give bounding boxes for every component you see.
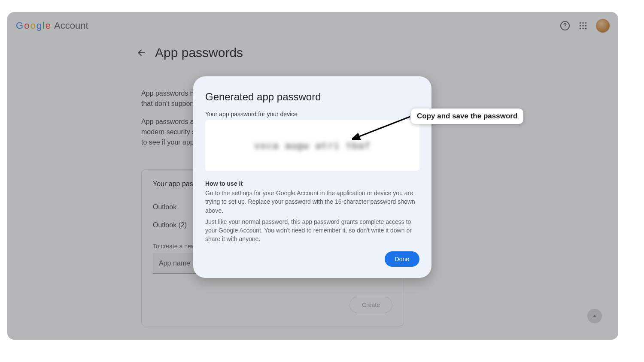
generated-password-modal: Generated app password Your app password…: [193, 76, 431, 278]
done-button[interactable]: Done: [385, 251, 419, 267]
svg-point-4: [585, 22, 587, 24]
how-to-heading: How to use it: [205, 180, 419, 187]
avatar[interactable]: [596, 19, 610, 33]
apps-grid-icon[interactable]: [578, 21, 588, 31]
page-title: App passwords: [155, 45, 243, 60]
annotation-callout: Copy and save the password: [411, 109, 523, 124]
password-text: vxca augw atri tbaf: [254, 140, 371, 151]
svg-point-7: [585, 25, 587, 27]
header-bar: Google Account: [7, 12, 618, 39]
back-arrow-icon[interactable]: [136, 48, 146, 58]
scroll-to-top-button[interactable]: [587, 309, 602, 323]
how-to-p2: Just like your normal password, this app…: [205, 217, 419, 244]
svg-point-9: [582, 28, 584, 30]
svg-point-2: [580, 22, 581, 24]
modal-title: Generated app password: [205, 91, 419, 103]
svg-point-8: [580, 28, 581, 30]
password-display-box[interactable]: vxca augw atri tbaf: [205, 120, 419, 171]
svg-point-5: [580, 25, 581, 27]
svg-point-6: [582, 25, 584, 27]
svg-point-10: [585, 28, 587, 30]
help-icon[interactable]: [560, 21, 570, 31]
how-to-p1: Go to the settings for your Google Accou…: [205, 189, 419, 215]
svg-point-1: [565, 27, 565, 28]
modal-subtitle: Your app password for your device: [205, 111, 419, 118]
create-button[interactable]: Create: [349, 297, 392, 313]
svg-point-3: [582, 22, 584, 24]
page-title-row: App passwords: [136, 45, 243, 60]
product-label: Account: [54, 20, 88, 31]
google-logo[interactable]: Google Account: [16, 20, 88, 31]
